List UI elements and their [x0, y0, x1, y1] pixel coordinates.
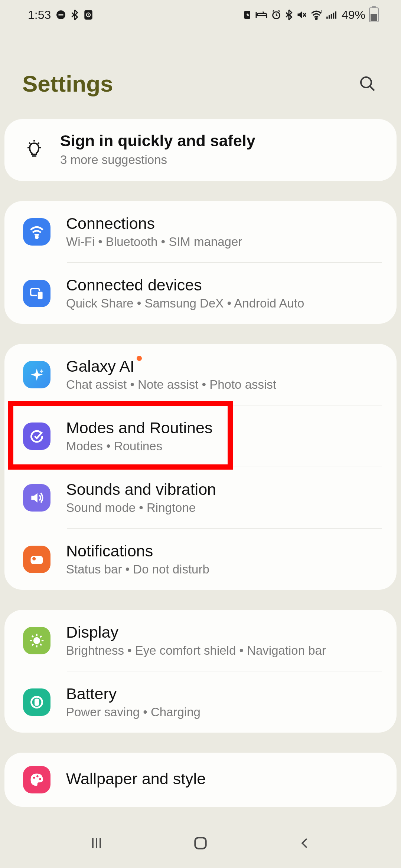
battery-percentage: 49%: [342, 8, 365, 22]
dnd-icon: [56, 10, 66, 20]
svg-point-13: [361, 77, 371, 88]
setting-title: Display: [66, 623, 118, 641]
signal-icon: [326, 10, 336, 19]
settings-group: DisplayBrightness • Eye comfort shield •…: [4, 610, 397, 733]
battery-icon: [369, 7, 379, 22]
app-icon: [84, 9, 93, 20]
setting-subtitle: Sound mode • Ringtone: [66, 501, 382, 515]
svg-rect-25: [195, 838, 206, 848]
svg-rect-9: [329, 15, 330, 19]
status-bar: 1:53 6 49%: [0, 0, 401, 30]
devices-icon: [23, 280, 50, 307]
setting-subtitle: Power saving • Charging: [66, 705, 382, 719]
setting-row-connected-devices[interactable]: Connected devicesQuick Share • Samsung D…: [4, 263, 397, 324]
bed-icon: [255, 10, 267, 19]
volume-icon: [23, 484, 50, 512]
setting-title: Connections: [66, 214, 155, 233]
page-title: Settings: [22, 70, 113, 97]
svg-rect-8: [326, 17, 328, 19]
setting-row-sounds-vibration[interactable]: Sounds and vibrationSound mode • Rington…: [4, 467, 397, 528]
svg-point-23: [36, 775, 39, 777]
svg-rect-16: [38, 291, 43, 299]
header: Settings: [0, 30, 401, 119]
setting-row-modes-routines[interactable]: Modes and RoutinesModes • Routines: [4, 405, 397, 467]
check-circle-icon: [23, 423, 50, 450]
setting-row-wallpaper-style[interactable]: Wallpaper and style: [4, 753, 397, 807]
wifi-icon: [23, 218, 50, 246]
suggestion-subtitle: 3 more suggestions: [60, 153, 382, 167]
settings-group: Galaxy AIChat assist • Note assist • Pho…: [4, 344, 397, 590]
setting-subtitle: Wi-Fi • Bluetooth • SIM manager: [66, 235, 382, 249]
wifi-icon: 6: [310, 10, 322, 20]
battery-icon: [23, 688, 50, 716]
recents-button[interactable]: [82, 828, 111, 858]
status-right: 6 49%: [243, 7, 379, 22]
setting-title: Connected devices: [66, 276, 202, 294]
back-button[interactable]: [290, 828, 319, 858]
svg-text:6: 6: [321, 10, 322, 14]
setting-subtitle: Brightness • Eye comfort shield • Naviga…: [66, 644, 382, 658]
navigation-bar: [0, 818, 401, 868]
svg-point-22: [33, 777, 35, 779]
svg-point-6: [316, 18, 317, 19]
setting-row-battery[interactable]: BatteryPower saving • Charging: [4, 671, 397, 733]
leaf-icon: [243, 9, 252, 20]
setting-title: Battery: [66, 685, 117, 703]
status-left: 1:53: [28, 8, 93, 22]
setting-title: Wallpaper and style: [66, 770, 206, 788]
setting-row-connections[interactable]: ConnectionsWi-Fi • Bluetooth • SIM manag…: [4, 201, 397, 262]
lightbulb-icon: [23, 138, 45, 161]
svg-rect-1: [59, 14, 63, 15]
new-badge-icon: [137, 356, 142, 361]
alarm-icon: [271, 10, 281, 20]
setting-title: Galaxy AI: [66, 357, 134, 375]
setting-title: Modes and Routines: [66, 419, 212, 437]
svg-rect-12: [335, 11, 336, 19]
setting-row-notifications[interactable]: NotificationsStatus bar • Do not disturb: [4, 529, 397, 590]
svg-point-24: [39, 778, 41, 780]
setting-subtitle: Status bar • Do not disturb: [66, 562, 382, 576]
setting-subtitle: Modes • Routines: [66, 439, 382, 453]
svg-rect-10: [331, 14, 332, 19]
bluetooth-icon: [71, 9, 78, 20]
svg-point-18: [32, 557, 36, 560]
suggestion-card[interactable]: Sign in quickly and safely 3 more sugges…: [4, 119, 397, 181]
bluetooth-status-icon: [285, 9, 293, 20]
palette-icon: [23, 766, 50, 793]
svg-rect-11: [333, 13, 335, 19]
status-time: 1:53: [28, 8, 51, 22]
settings-group: ConnectionsWi-Fi • Bluetooth • SIM manag…: [4, 201, 397, 324]
svg-point-14: [36, 236, 38, 238]
svg-rect-21: [35, 699, 38, 705]
home-button[interactable]: [186, 828, 215, 858]
svg-point-19: [33, 637, 40, 644]
setting-subtitle: Chat assist • Note assist • Photo assist: [66, 378, 382, 392]
svg-rect-17: [31, 556, 43, 564]
setting-row-display[interactable]: DisplayBrightness • Eye comfort shield •…: [4, 610, 397, 671]
sparkle-icon: [23, 361, 50, 388]
search-button[interactable]: [356, 73, 379, 95]
suggestion-title: Sign in quickly and safely: [60, 132, 382, 150]
settings-group: Wallpaper and style: [4, 753, 397, 807]
setting-title: Notifications: [66, 542, 153, 560]
mute-icon: [296, 10, 307, 20]
bell-icon: [23, 546, 50, 573]
setting-subtitle: Quick Share • Samsung DeX • Android Auto: [66, 296, 382, 310]
setting-row-galaxy-ai[interactable]: Galaxy AIChat assist • Note assist • Pho…: [4, 344, 397, 405]
content: Sign in quickly and safely 3 more sugges…: [0, 119, 401, 807]
setting-title: Sounds and vibration: [66, 480, 216, 499]
sun-icon: [23, 627, 50, 654]
